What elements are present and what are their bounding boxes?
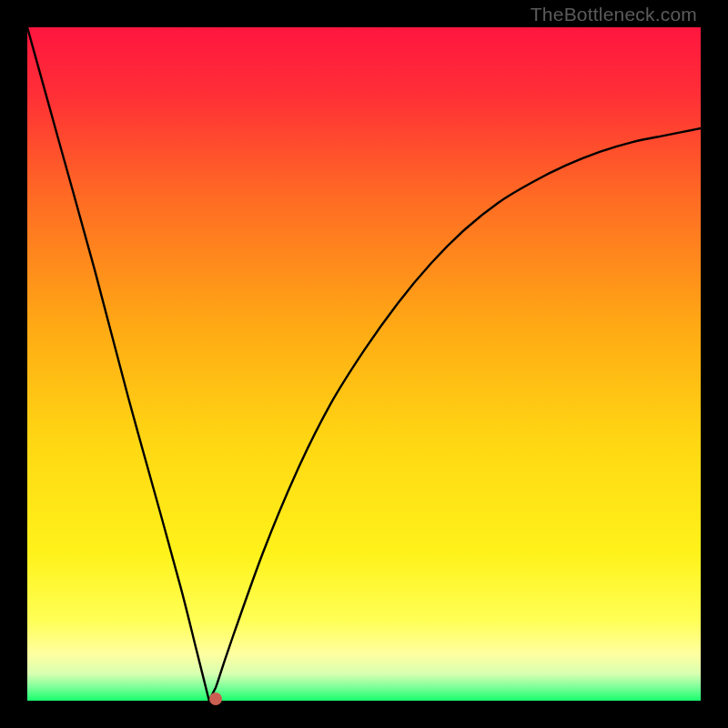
- bottleneck-curve: [27, 27, 701, 701]
- optimum-marker: [209, 693, 222, 705]
- plot-area: [27, 27, 701, 701]
- watermark-text: TheBottleneck.com: [531, 4, 697, 25]
